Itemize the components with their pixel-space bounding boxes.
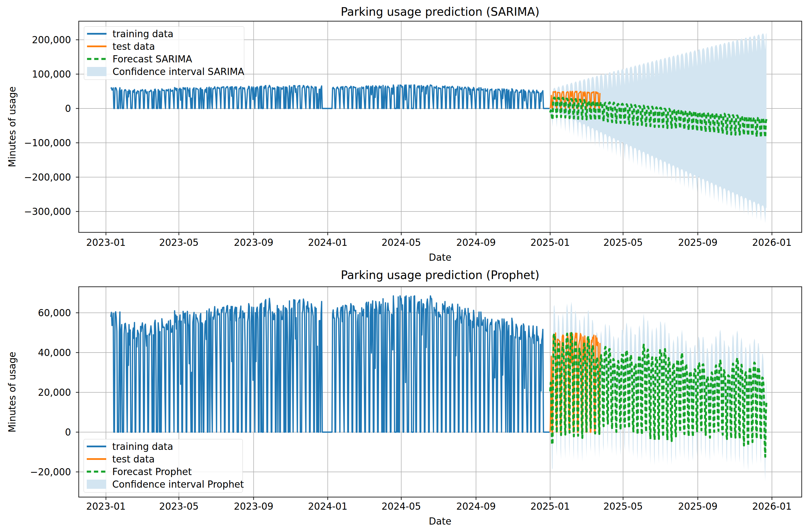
x-axis-label-prophet: Date (429, 516, 452, 527)
legend-row: training data (84, 440, 242, 453)
x-tick-label: 2024-09 (456, 501, 496, 512)
x-tick-label: 2025-09 (678, 237, 717, 248)
legend-label: Forecast SARIMA (112, 54, 192, 65)
y-tick-label: 40,000 (5, 347, 71, 358)
legend-label: training data (112, 441, 173, 452)
legend-sample-line (87, 33, 107, 35)
y-tick-label: 60,000 (5, 307, 71, 319)
chart-title-prophet: Parking usage prediction (Prophet) (341, 268, 539, 282)
training-data-sarima (111, 85, 549, 109)
legend-sample-dashed (87, 58, 107, 60)
x-tick-label: 2024-01 (308, 237, 348, 248)
x-tick-label: 2026-01 (752, 501, 792, 512)
x-tick-label: 2023-09 (234, 237, 273, 248)
x-tick-label: 2023-01 (86, 501, 126, 512)
y-tick-label: 0 (5, 427, 71, 438)
legend-prophet: training datatest dataForecast ProphetCo… (84, 439, 243, 493)
legend-row: test data (84, 453, 242, 465)
x-tick-label: 2025-05 (603, 237, 643, 248)
x-tick-label: 2024-05 (381, 237, 421, 248)
legend-label: Confidence interval SARIMA (112, 66, 244, 77)
legend-sample-patch (87, 67, 107, 76)
legend-row: Forecast SARIMA (84, 53, 244, 65)
y-tick-label: 200,000 (5, 34, 71, 45)
y-axis-label-sarima: Minutes of usage (6, 87, 18, 167)
legend-label: training data (112, 28, 173, 39)
legend-sample-line (87, 445, 106, 447)
chart-title-sarima: Parking usage prediction (SARIMA) (341, 5, 539, 18)
x-tick-label: 2025-01 (530, 501, 570, 512)
legend-label: Forecast Prophet (112, 466, 192, 477)
legend-label: Confidence interval Prophet (112, 479, 244, 490)
y-tick-label: −100,000 (5, 137, 71, 149)
x-tick-label: 2023-01 (86, 237, 126, 248)
training-data-prophet (111, 296, 549, 432)
x-tick-label: 2024-09 (456, 237, 496, 248)
legend-sample-line (87, 458, 106, 460)
x-tick-label: 2023-05 (159, 237, 199, 248)
y-tick-label: −300,000 (5, 206, 71, 217)
legend-row: Confidence interval Prophet (84, 478, 242, 491)
x-tick-label: 2024-05 (381, 501, 421, 512)
legend-label: test data (112, 41, 155, 52)
x-tick-label: 2025-01 (530, 237, 570, 248)
x-tick-label: 2025-09 (678, 501, 717, 512)
figure: Parking usage prediction (SARIMA) Parkin… (0, 0, 808, 532)
legend-sample-patch (87, 480, 106, 489)
x-tick-label: 2026-01 (752, 237, 792, 248)
x-tick-label: 2023-05 (159, 501, 199, 512)
x-tick-label: 2024-01 (308, 501, 348, 512)
legend-row: training data (84, 27, 244, 40)
x-axis-label-sarima: Date (429, 252, 452, 263)
x-tick-label: 2025-05 (603, 501, 643, 512)
legend-sarima: training datatest dataForecast SARIMACon… (84, 26, 244, 80)
x-tick-label: 2023-09 (234, 501, 273, 512)
legend-row: test data (84, 40, 244, 53)
y-tick-label: −200,000 (5, 172, 71, 183)
legend-sample-dashed (87, 471, 106, 473)
legend-label: test data (112, 454, 154, 465)
y-tick-label: 100,000 (5, 69, 71, 80)
y-tick-label: 0 (5, 103, 71, 114)
legend-sample-line (87, 45, 107, 47)
legend-row: Confidence interval SARIMA (84, 65, 244, 78)
y-tick-label: −20,000 (5, 467, 71, 478)
y-tick-label: 20,000 (5, 387, 71, 398)
legend-row: Forecast Prophet (84, 465, 242, 478)
